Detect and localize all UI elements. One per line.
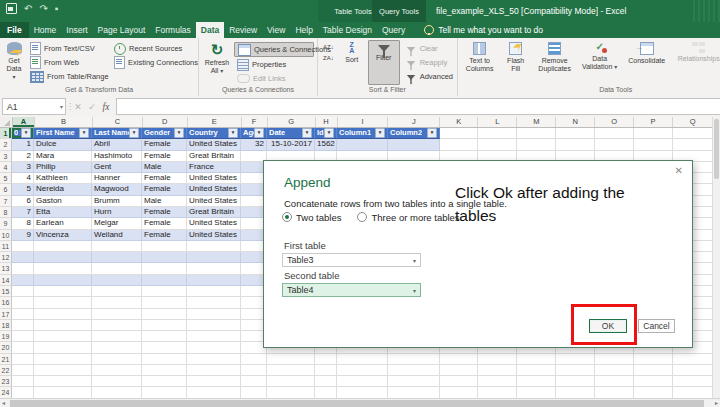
cell-E8[interactable]: Great Britain bbox=[187, 207, 241, 218]
cell-H24[interactable] bbox=[315, 387, 337, 398]
cell-P22[interactable] bbox=[634, 365, 673, 376]
column-header-M[interactable]: M bbox=[517, 117, 556, 127]
cell-A24[interactable] bbox=[12, 387, 34, 398]
cell-E5[interactable]: United States bbox=[187, 173, 241, 184]
cell-D18[interactable] bbox=[142, 320, 187, 331]
cell-I2[interactable] bbox=[337, 139, 388, 150]
cell-A21[interactable] bbox=[12, 354, 34, 365]
horizontal-scrollbar-thumb[interactable] bbox=[10, 400, 704, 407]
cell-D20[interactable] bbox=[142, 342, 187, 353]
cell-D1[interactable]: Gender▾ bbox=[142, 128, 187, 139]
cell-G24[interactable] bbox=[267, 387, 315, 398]
cell-C11[interactable] bbox=[92, 241, 142, 252]
cell-B18[interactable] bbox=[34, 320, 92, 331]
cell-B5[interactable]: Kathleen bbox=[34, 173, 92, 184]
cell-F22[interactable] bbox=[241, 365, 267, 376]
cell-E23[interactable] bbox=[187, 376, 241, 387]
cell-C18[interactable] bbox=[92, 320, 142, 331]
cell-E11[interactable] bbox=[187, 241, 241, 252]
row-header-24[interactable]: 24 bbox=[0, 387, 12, 398]
column-header-G[interactable]: G bbox=[268, 117, 316, 127]
cell-L21[interactable] bbox=[478, 354, 517, 365]
cell-L23[interactable] bbox=[478, 376, 517, 387]
cell-D3[interactable]: Female bbox=[142, 151, 187, 162]
cell-C24[interactable] bbox=[92, 387, 142, 398]
filter-dropdown-icon[interactable]: ▾ bbox=[79, 128, 89, 138]
cell-F1[interactable]: Age▾ bbox=[241, 128, 267, 139]
remove-duplicates-button[interactable]: Remove Duplicates bbox=[533, 40, 577, 85]
cell-C2[interactable]: Abril bbox=[92, 139, 142, 150]
cell-E1[interactable]: Country▾ bbox=[187, 128, 241, 139]
cell-A12[interactable] bbox=[12, 252, 34, 263]
row-header-22[interactable]: 22 bbox=[0, 365, 12, 376]
cell-B6[interactable]: Nereida bbox=[34, 184, 92, 195]
cell-P23[interactable] bbox=[634, 376, 673, 387]
cell-C19[interactable] bbox=[92, 331, 142, 342]
cell-B1[interactable]: First Name▾ bbox=[34, 128, 92, 139]
cell-E15[interactable] bbox=[187, 286, 241, 297]
cell-G23[interactable] bbox=[267, 376, 315, 387]
close-icon[interactable]: ✕ bbox=[675, 166, 683, 176]
recent-sources-button[interactable]: Recent Sources bbox=[111, 42, 195, 55]
cell-L1[interactable] bbox=[478, 128, 517, 139]
row-header-16[interactable]: 16 bbox=[0, 297, 12, 308]
row-header-17[interactable]: 17 bbox=[0, 309, 12, 320]
filter-dropdown-icon[interactable]: ▾ bbox=[129, 128, 139, 138]
tab-file[interactable]: File bbox=[0, 22, 29, 38]
cell-I24[interactable] bbox=[337, 387, 388, 398]
cell-K2[interactable] bbox=[440, 139, 478, 150]
cell-P24[interactable] bbox=[634, 387, 673, 398]
cell-O22[interactable] bbox=[595, 365, 634, 376]
cell-J24[interactable] bbox=[388, 387, 440, 398]
cell-O1[interactable] bbox=[595, 128, 634, 139]
row-header-9[interactable]: 9 bbox=[0, 218, 12, 229]
select-all-corner[interactable] bbox=[0, 117, 13, 127]
cell-C21[interactable] bbox=[92, 354, 142, 365]
cell-A10[interactable]: 9 bbox=[12, 230, 34, 241]
enter-entry-icon[interactable]: ✓ bbox=[85, 102, 99, 112]
save-icon[interactable] bbox=[6, 3, 17, 14]
cell-B22[interactable] bbox=[34, 365, 92, 376]
cell-B10[interactable]: Vincenza bbox=[34, 230, 92, 241]
cell-I1[interactable]: Column1▾ bbox=[337, 128, 388, 139]
cell-D5[interactable]: Female bbox=[142, 173, 187, 184]
cell-C20[interactable] bbox=[92, 342, 142, 353]
cell-O23[interactable] bbox=[595, 376, 634, 387]
row-header-13[interactable]: 13 bbox=[0, 263, 12, 274]
cell-B11[interactable] bbox=[34, 241, 92, 252]
cell-D19[interactable] bbox=[142, 331, 187, 342]
row-header-18[interactable]: 18 bbox=[0, 320, 12, 331]
filter-dropdown-icon[interactable]: ▾ bbox=[375, 128, 385, 138]
row-header-6[interactable]: 6 bbox=[0, 184, 12, 195]
tab-formulas[interactable]: Formulas bbox=[150, 22, 195, 38]
row-header-7[interactable]: 7 bbox=[0, 196, 12, 207]
cell-C8[interactable]: Hurn bbox=[92, 207, 142, 218]
cell-G2[interactable]: 15-10-2017 bbox=[267, 139, 315, 150]
tab-view[interactable]: View bbox=[262, 22, 290, 38]
data-validation-button[interactable]: ✓ Data Validation ▾ bbox=[579, 40, 621, 85]
second-table-select[interactable]: Table4 ▾ bbox=[282, 283, 421, 297]
cell-B9[interactable]: Earlean bbox=[34, 218, 92, 229]
first-table-select[interactable]: Table3 ▾ bbox=[282, 253, 421, 267]
cell-C3[interactable]: Hashimoto bbox=[92, 151, 142, 162]
cell-N24[interactable] bbox=[556, 387, 595, 398]
cell-C17[interactable] bbox=[92, 309, 142, 320]
cell-A9[interactable]: 8 bbox=[12, 218, 34, 229]
qat-customize-icon[interactable]: ▪ bbox=[55, 4, 59, 14]
cell-D24[interactable] bbox=[142, 387, 187, 398]
cell-D10[interactable]: Female bbox=[142, 230, 187, 241]
cell-B12[interactable] bbox=[34, 252, 92, 263]
cell-A7[interactable]: 6 bbox=[12, 196, 34, 207]
cell-D17[interactable] bbox=[142, 309, 187, 320]
column-header-H[interactable]: H bbox=[316, 117, 338, 127]
cell-K24[interactable] bbox=[440, 387, 478, 398]
cell-A14[interactable] bbox=[12, 275, 34, 286]
cell-D22[interactable] bbox=[142, 365, 187, 376]
cell-H22[interactable] bbox=[315, 365, 337, 376]
cell-B20[interactable] bbox=[34, 342, 92, 353]
cell-A18[interactable] bbox=[12, 320, 34, 331]
row-header-20[interactable]: 20 bbox=[0, 342, 12, 353]
cancel-entry-icon[interactable]: ✕ bbox=[71, 102, 85, 112]
from-text-csv-button[interactable]: From Text/CSV bbox=[27, 42, 109, 55]
cell-E21[interactable] bbox=[187, 354, 241, 365]
